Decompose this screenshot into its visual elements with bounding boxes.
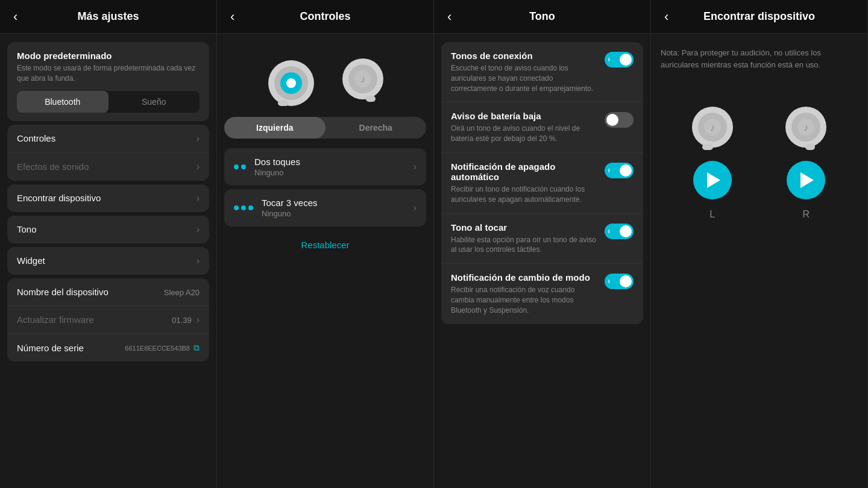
play-left-icon (707, 172, 720, 188)
encontrar-label: Encontrar dispositivo (17, 193, 192, 203)
tres-toques-value: Ninguno (262, 209, 409, 218)
tono-settings-section: Tonos de conexión Escuche el tono de avi… (441, 42, 643, 324)
find-left-item: ♪ L (685, 103, 740, 220)
setting-row-encontrar[interactable]: Encontrar dispositivo › (7, 184, 209, 212)
widget-label: Widget (17, 255, 192, 266)
tocar-desc: Habilite esta opción para oír un tono de… (451, 235, 597, 255)
find-earbuds-container: ♪ L ♪ (651, 79, 867, 232)
svg-rect-4 (278, 100, 289, 106)
panel1-title: Más ajustes (77, 10, 139, 23)
efectos-chevron: › (197, 161, 200, 172)
right-label: R (802, 209, 810, 220)
apagado-title: Notificación de apagado automático (451, 161, 597, 182)
setting-row-controles[interactable]: Controles › (7, 125, 209, 153)
lr-btn-izquierda[interactable]: Izquierda (224, 117, 326, 139)
tono-row-conexion: Tonos de conexión Escuche el tono de avi… (441, 42, 643, 102)
setting-row-tono[interactable]: Tono › (7, 216, 209, 243)
panel4-header: ‹ Encontrar dispositivo (651, 0, 867, 34)
control-tres-toques[interactable]: Tocar 3 veces Ninguno › (224, 189, 426, 227)
setting-row-widget[interactable]: Widget › (7, 247, 209, 275)
panel3-title: Tono (529, 10, 555, 23)
panel2-title: Controles (300, 10, 350, 23)
earbuds-illustration: ♪ (217, 39, 433, 117)
toggle-apagado[interactable]: I (605, 163, 634, 178)
toggle-conexion[interactable]: I (605, 52, 634, 67)
apagado-desc: Recibir un tono de notificación cuando l… (451, 184, 597, 205)
firmware-label: Actualizar firmware (17, 314, 172, 325)
three-dots (234, 205, 253, 210)
encontrar-section: Encontrar dispositivo › (7, 184, 209, 212)
panel3-content: Tonos de conexión Escuche el tono de avi… (434, 34, 650, 488)
svg-text:♪: ♪ (710, 122, 715, 133)
two-dots (234, 164, 246, 169)
tono-row-bateria: Aviso de batería baja Oirá un tono de av… (441, 102, 643, 153)
find-left-earbud-img: ♪ (685, 103, 740, 151)
bateria-title: Aviso de batería baja (451, 111, 597, 121)
dot-2 (241, 164, 246, 169)
controles-chevron: › (197, 133, 200, 144)
panel3-back-button[interactable]: ‹ (442, 7, 456, 27)
tono-row-apagado: Notificación de apagado automático Recib… (441, 153, 643, 214)
widget-section: Widget › (7, 247, 209, 275)
dot-3 (248, 205, 253, 210)
panel-encontrar: ‹ Encontrar dispositivo Nota: Para prote… (651, 0, 868, 488)
panel2-header: ‹ Controles (217, 0, 433, 34)
toggle-modo[interactable]: I (605, 274, 634, 289)
control-dos-toques[interactable]: Dos toques Ninguno › (224, 148, 426, 186)
panel4-content: Nota: Para proteger tu audición, no util… (651, 34, 867, 488)
find-right-earbud-img: ♪ (779, 103, 833, 151)
toggle-bateria[interactable] (605, 112, 634, 128)
panel1-back-button[interactable]: ‹ (8, 7, 22, 27)
controles-label: Controles (17, 133, 192, 143)
tono-chevron: › (197, 224, 200, 235)
mode-section: Modo predeterminado Este modo se usará d… (7, 42, 209, 121)
play-right-icon (800, 172, 814, 188)
setting-row-nombre[interactable]: Nombre del dispositivo Sleep A20 (7, 278, 209, 306)
restablecer-button[interactable]: Restablecer (217, 230, 433, 260)
device-info-section: Nombre del dispositivo Sleep A20 Actuali… (7, 278, 209, 361)
tono-row-tocar: Tono al tocar Habilite esta opción para … (441, 214, 643, 264)
mode-buttons: Bluetooth Sueño (17, 91, 200, 113)
mode-btn-sueno[interactable]: Sueño (108, 91, 200, 113)
dot-1 (234, 164, 239, 169)
tono-section: Tono › (7, 216, 209, 243)
find-note: Nota: Para proteger tu audición, no util… (651, 39, 867, 79)
mode-btn-bluetooth[interactable]: Bluetooth (17, 91, 108, 113)
panel1-content: Modo predeterminado Este modo se usará d… (0, 34, 216, 488)
panel3-header: ‹ Tono (434, 0, 650, 34)
copy-icon[interactable]: ⧉ (193, 343, 200, 353)
panel2-back-button[interactable]: ‹ (225, 7, 239, 27)
dos-toques-chevron: › (414, 161, 417, 172)
svg-point-3 (286, 78, 296, 88)
dot-1 (234, 205, 239, 210)
tono-label: Tono (17, 224, 192, 234)
setting-row-serial: Número de serie 6611E8EECCE543B8 ⧉ (7, 334, 209, 361)
left-label: L (709, 209, 715, 220)
toggle-tocar[interactable]: I (605, 224, 634, 239)
panel4-title: Encontrar dispositivo (703, 10, 815, 23)
nombre-label: Nombre del dispositivo (17, 287, 164, 297)
conexion-title: Tonos de conexión (451, 51, 597, 61)
panel1-header: ‹ Más ajustes (0, 0, 216, 34)
panel4-back-button[interactable]: ‹ (659, 7, 673, 27)
setting-row-efectos[interactable]: Efectos de sonido › (7, 153, 209, 181)
svg-rect-19 (805, 144, 815, 150)
lr-btn-derecha[interactable]: Derecha (326, 117, 427, 139)
bateria-desc: Oirá un tono de aviso cuando el nivel de… (451, 124, 597, 144)
panel2-content: ♪ Izquierda Derecha Dos toques Ninguno › (217, 34, 433, 488)
find-right-item: ♪ R (779, 103, 833, 220)
dos-toques-value: Ninguno (254, 168, 409, 177)
svg-rect-14 (702, 144, 713, 150)
setting-row-firmware[interactable]: Actualizar firmware 01.39 › (7, 306, 209, 334)
lr-toggle: Izquierda Derecha (224, 117, 426, 139)
tono-row-modo: Notificación de cambio de modo Recibir u… (441, 264, 643, 324)
serial-label: Número de serie (17, 343, 125, 353)
dot-2 (241, 205, 246, 210)
tres-toques-label: Tocar 3 veces (262, 198, 409, 208)
play-right-button[interactable] (787, 161, 825, 199)
play-left-button[interactable] (693, 161, 732, 199)
modo-title: Notificación de cambio de modo (451, 272, 597, 283)
left-earbud-img (261, 53, 321, 107)
svg-rect-9 (366, 96, 376, 102)
firmware-chevron: › (197, 314, 200, 325)
